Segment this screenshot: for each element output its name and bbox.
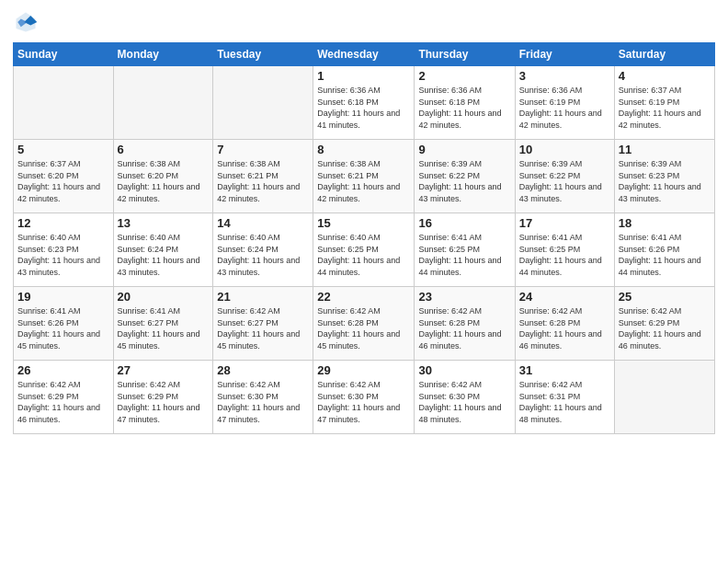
calendar-cell: 27Sunrise: 6:42 AM Sunset: 6:29 PM Dayli… [113,361,213,434]
day-number: 27 [118,363,210,377]
calendar-cell: 22Sunrise: 6:42 AM Sunset: 6:28 PM Dayli… [313,287,415,361]
calendar-cell: 21Sunrise: 6:42 AM Sunset: 6:27 PM Dayli… [213,287,313,361]
weekday-header-row: SundayMondayTuesdayWednesdayThursdayFrid… [14,43,715,66]
weekday-header-wednesday: Wednesday [313,43,415,66]
calendar-cell: 14Sunrise: 6:40 AM Sunset: 6:24 PM Dayli… [213,213,313,287]
day-info: Sunrise: 6:37 AM Sunset: 6:19 PM Dayligh… [619,85,711,131]
weekday-header-thursday: Thursday [415,43,515,66]
calendar-cell: 2Sunrise: 6:36 AM Sunset: 6:18 PM Daylig… [415,66,515,140]
day-info: Sunrise: 6:40 AM Sunset: 6:23 PM Dayligh… [17,232,109,278]
calendar-cell: 10Sunrise: 6:39 AM Sunset: 6:22 PM Dayli… [515,140,614,213]
day-number: 15 [317,216,410,230]
day-info: Sunrise: 6:42 AM Sunset: 6:30 PM Dayligh… [418,379,510,425]
day-info: Sunrise: 6:42 AM Sunset: 6:28 PM Dayligh… [519,305,610,351]
day-info: Sunrise: 6:42 AM Sunset: 6:28 PM Dayligh… [317,305,410,351]
day-number: 26 [17,363,109,377]
calendar-cell [14,66,114,140]
calendar-cell: 9Sunrise: 6:39 AM Sunset: 6:22 PM Daylig… [415,140,515,213]
calendar-week-2: 12Sunrise: 6:40 AM Sunset: 6:23 PM Dayli… [14,213,715,287]
calendar-table: SundayMondayTuesdayWednesdayThursdayFrid… [13,42,715,434]
calendar-cell: 5Sunrise: 6:37 AM Sunset: 6:20 PM Daylig… [14,140,114,213]
header [13,9,715,35]
day-info: Sunrise: 6:38 AM Sunset: 6:20 PM Dayligh… [118,158,210,204]
day-info: Sunrise: 6:42 AM Sunset: 6:27 PM Dayligh… [217,305,309,351]
day-number: 8 [317,143,410,156]
day-number: 13 [118,216,210,230]
calendar-cell: 13Sunrise: 6:40 AM Sunset: 6:24 PM Dayli… [113,213,213,287]
day-number: 23 [418,290,510,304]
weekday-header-sunday: Sunday [14,43,114,66]
calendar-cell: 29Sunrise: 6:42 AM Sunset: 6:30 PM Dayli… [313,361,415,434]
calendar-cell: 15Sunrise: 6:40 AM Sunset: 6:25 PM Dayli… [313,213,415,287]
day-number: 28 [217,363,309,377]
weekday-header-tuesday: Tuesday [213,43,313,66]
calendar-week-0: 1Sunrise: 6:36 AM Sunset: 6:18 PM Daylig… [14,66,715,140]
calendar-cell: 6Sunrise: 6:38 AM Sunset: 6:20 PM Daylig… [113,140,213,213]
calendar-cell: 25Sunrise: 6:42 AM Sunset: 6:29 PM Dayli… [614,287,714,361]
day-number: 14 [217,216,309,230]
day-number: 4 [619,69,711,83]
day-number: 25 [619,290,711,304]
day-number: 10 [519,143,610,156]
calendar-cell: 20Sunrise: 6:41 AM Sunset: 6:27 PM Dayli… [113,287,213,361]
calendar-cell: 28Sunrise: 6:42 AM Sunset: 6:30 PM Dayli… [213,361,313,434]
day-info: Sunrise: 6:38 AM Sunset: 6:21 PM Dayligh… [317,158,410,204]
weekday-header-monday: Monday [113,43,213,66]
day-number: 31 [519,363,610,377]
day-info: Sunrise: 6:40 AM Sunset: 6:24 PM Dayligh… [217,232,309,278]
day-info: Sunrise: 6:41 AM Sunset: 6:26 PM Dayligh… [17,305,109,351]
day-number: 11 [619,143,711,156]
calendar-cell: 4Sunrise: 6:37 AM Sunset: 6:19 PM Daylig… [614,66,714,140]
day-number: 29 [317,363,410,377]
day-number: 16 [418,216,510,230]
day-number: 21 [217,290,309,304]
calendar-cell: 31Sunrise: 6:42 AM Sunset: 6:31 PM Dayli… [515,361,614,434]
day-info: Sunrise: 6:39 AM Sunset: 6:23 PM Dayligh… [619,158,711,204]
day-number: 17 [519,216,610,230]
day-info: Sunrise: 6:42 AM Sunset: 6:29 PM Dayligh… [17,379,109,425]
calendar-cell: 23Sunrise: 6:42 AM Sunset: 6:28 PM Dayli… [415,287,515,361]
calendar-cell [614,361,714,434]
calendar-cell: 3Sunrise: 6:36 AM Sunset: 6:19 PM Daylig… [515,66,614,140]
day-number: 30 [418,363,510,377]
day-number: 3 [519,69,610,83]
logo-icon [13,9,39,35]
calendar-cell: 30Sunrise: 6:42 AM Sunset: 6:30 PM Dayli… [415,361,515,434]
day-info: Sunrise: 6:39 AM Sunset: 6:22 PM Dayligh… [519,158,610,204]
day-info: Sunrise: 6:38 AM Sunset: 6:21 PM Dayligh… [217,158,309,204]
day-number: 5 [17,143,109,156]
day-info: Sunrise: 6:42 AM Sunset: 6:30 PM Dayligh… [317,379,410,425]
calendar-week-4: 26Sunrise: 6:42 AM Sunset: 6:29 PM Dayli… [14,361,715,434]
day-info: Sunrise: 6:42 AM Sunset: 6:29 PM Dayligh… [118,379,210,425]
calendar-cell: 12Sunrise: 6:40 AM Sunset: 6:23 PM Dayli… [14,213,114,287]
calendar-cell: 17Sunrise: 6:41 AM Sunset: 6:25 PM Dayli… [515,213,614,287]
calendar-week-1: 5Sunrise: 6:37 AM Sunset: 6:20 PM Daylig… [14,140,715,213]
day-info: Sunrise: 6:36 AM Sunset: 6:19 PM Dayligh… [519,85,610,131]
day-info: Sunrise: 6:40 AM Sunset: 6:25 PM Dayligh… [317,232,410,278]
day-info: Sunrise: 6:42 AM Sunset: 6:31 PM Dayligh… [519,379,610,425]
day-number: 24 [519,290,610,304]
day-info: Sunrise: 6:36 AM Sunset: 6:18 PM Dayligh… [418,85,510,131]
day-number: 20 [118,290,210,304]
day-number: 9 [418,143,510,156]
day-info: Sunrise: 6:42 AM Sunset: 6:30 PM Dayligh… [217,379,309,425]
day-number: 1 [317,69,410,83]
day-info: Sunrise: 6:36 AM Sunset: 6:18 PM Dayligh… [317,85,410,131]
calendar-cell: 11Sunrise: 6:39 AM Sunset: 6:23 PM Dayli… [614,140,714,213]
calendar-cell: 16Sunrise: 6:41 AM Sunset: 6:25 PM Dayli… [415,213,515,287]
calendar-cell: 24Sunrise: 6:42 AM Sunset: 6:28 PM Dayli… [515,287,614,361]
calendar-cell: 8Sunrise: 6:38 AM Sunset: 6:21 PM Daylig… [313,140,415,213]
calendar-cell [113,66,213,140]
day-info: Sunrise: 6:42 AM Sunset: 6:29 PM Dayligh… [619,305,711,351]
calendar-cell: 7Sunrise: 6:38 AM Sunset: 6:21 PM Daylig… [213,140,313,213]
calendar-cell: 26Sunrise: 6:42 AM Sunset: 6:29 PM Dayli… [14,361,114,434]
day-number: 18 [619,216,711,230]
day-info: Sunrise: 6:39 AM Sunset: 6:22 PM Dayligh… [418,158,510,204]
day-info: Sunrise: 6:41 AM Sunset: 6:26 PM Dayligh… [619,232,711,278]
calendar-cell: 1Sunrise: 6:36 AM Sunset: 6:18 PM Daylig… [313,66,415,140]
calendar-week-3: 19Sunrise: 6:41 AM Sunset: 6:26 PM Dayli… [14,287,715,361]
day-info: Sunrise: 6:41 AM Sunset: 6:27 PM Dayligh… [118,305,210,351]
day-info: Sunrise: 6:42 AM Sunset: 6:28 PM Dayligh… [418,305,510,351]
day-number: 6 [118,143,210,156]
day-info: Sunrise: 6:40 AM Sunset: 6:24 PM Dayligh… [118,232,210,278]
